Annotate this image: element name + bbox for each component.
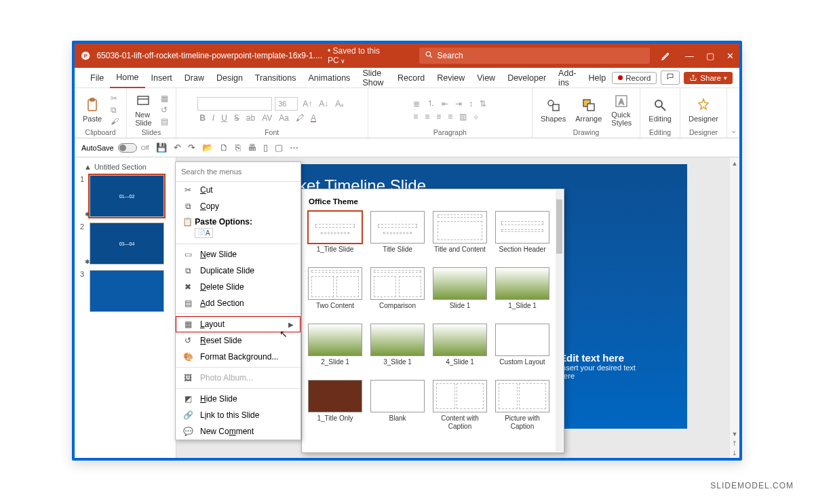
layout-option[interactable]: 4_Slide 1 (432, 324, 488, 373)
font-name-input[interactable] (197, 97, 272, 111)
case-icon[interactable]: Aa (277, 113, 291, 123)
reset-icon[interactable]: ↺ (159, 105, 170, 115)
tab-view[interactable]: View (471, 68, 501, 88)
ctx-cut[interactable]: ✂Cut (176, 182, 301, 198)
layout-option[interactable]: Title Slide (370, 211, 425, 260)
vertical-scrollbar[interactable]: ▲ ▼ ⤒ ⤓ (730, 157, 739, 459)
tab-transitions[interactable]: Transitions (249, 68, 303, 88)
format-painter-icon[interactable]: 🖌 (109, 117, 121, 126)
new-slide-button[interactable]: New Slide (132, 92, 154, 128)
ctx-layout[interactable]: ▦Layout▶ (176, 316, 301, 332)
print-icon[interactable]: 🖶 (248, 142, 256, 153)
comments-button[interactable] (661, 71, 680, 85)
highlight-icon[interactable]: 🖍 (294, 113, 306, 123)
ctx-link-slide[interactable]: 🔗Link to this Slide (176, 407, 301, 423)
text-dir-icon[interactable]: ⇅ (478, 99, 488, 109)
columns-icon[interactable]: ▥ (457, 112, 469, 121)
layout-option[interactable]: Picture with Caption (495, 380, 550, 429)
qat-icon[interactable]: ⎘ (235, 142, 241, 153)
more-icon[interactable]: ⋯ (290, 142, 298, 153)
indent-inc-icon[interactable]: ⇥ (453, 99, 464, 109)
tab-animations[interactable]: Animations (303, 68, 357, 88)
layout-icon[interactable]: ▦ (159, 94, 170, 103)
present-icon[interactable]: ▯ (263, 142, 268, 153)
ctx-new-slide[interactable]: ▭New Slide (176, 246, 301, 263)
thumbnail-2[interactable]: 03—04 ✱ (90, 222, 164, 265)
close-button[interactable]: ✕ (726, 51, 734, 61)
layout-option[interactable]: 1_Title Slide (307, 211, 363, 260)
ctx-delete-slide[interactable]: ✖Delete Slide (176, 279, 301, 295)
increase-font-icon[interactable]: A↑ (301, 99, 314, 109)
ctx-duplicate-slide[interactable]: ⧉Duplicate Slide (176, 263, 301, 279)
paste-button[interactable]: Paste (80, 96, 104, 124)
open-icon[interactable]: 📂 (202, 142, 213, 153)
maximize-button[interactable]: ▢ (706, 51, 714, 61)
layout-option[interactable]: 2_Slide 1 (307, 324, 363, 373)
tab-insert[interactable]: Insert (145, 68, 178, 88)
autosave-toggle[interactable]: AutoSave Off (81, 143, 149, 153)
line-spacing-icon[interactable]: ↕ (467, 99, 475, 109)
tab-help[interactable]: Help (583, 68, 613, 88)
layout-option[interactable]: Title and Content (432, 211, 488, 260)
layout-option[interactable]: 3_Slide 1 (370, 324, 425, 373)
italic-button[interactable]: I (210, 113, 216, 123)
collapse-ribbon-icon[interactable]: ⌄ (727, 88, 739, 138)
thumbnail-3[interactable] (90, 270, 164, 312)
prev-slide-icon[interactable]: ⤒ (732, 440, 737, 447)
tab-slideshow[interactable]: Slide Show (356, 68, 391, 88)
next-slide-icon[interactable]: ⤓ (732, 450, 737, 457)
layout-option[interactable]: Two Content (307, 267, 363, 317)
share-button[interactable]: Share▾ (684, 72, 733, 84)
bullets-icon[interactable]: ≣ (411, 99, 422, 109)
editing-button[interactable]: Editing (646, 96, 674, 124)
font-size-input[interactable] (275, 97, 298, 111)
thumbnail-1[interactable]: 01—02 ✱ (90, 175, 164, 217)
undo-icon[interactable]: ↶ (174, 142, 181, 153)
tab-developer[interactable]: Developer (501, 68, 552, 88)
layout-option[interactable]: Content with Caption (432, 380, 488, 429)
layout-option[interactable]: 1_Title Only (307, 380, 363, 429)
ctx-hide-slide[interactable]: ◩Hide Slide (176, 391, 301, 407)
cut-icon[interactable]: ✂ (109, 94, 121, 103)
indent-dec-icon[interactable]: ⇤ (440, 99, 450, 109)
ctx-format-background[interactable]: 🎨Format Background... (176, 349, 301, 365)
layout-option[interactable]: Comparison (370, 267, 425, 317)
align-left-icon[interactable]: ≡ (411, 112, 420, 121)
layout-option[interactable]: Blank (370, 380, 425, 429)
decrease-font-icon[interactable]: A↓ (317, 99, 330, 109)
tab-file[interactable]: File (84, 68, 110, 88)
scroll-down-icon[interactable]: ▼ (732, 431, 738, 438)
bold-button[interactable]: B (197, 113, 208, 123)
quick-styles-button[interactable]: A Quick Styles (608, 92, 634, 128)
strike-button[interactable]: S̶ (232, 113, 241, 123)
align-right-icon[interactable]: ≡ (434, 112, 443, 121)
layout-option[interactable]: Slide 1 (432, 267, 488, 317)
tab-draw[interactable]: Draw (178, 68, 210, 88)
save-icon[interactable]: 💾 (156, 142, 167, 153)
tab-addins[interactable]: Add-ins (552, 68, 582, 88)
font-color-icon[interactable]: A (309, 113, 318, 123)
record-button[interactable]: Record (612, 72, 657, 84)
align-center-icon[interactable]: ≡ (423, 112, 431, 121)
justify-icon[interactable]: ≡ (446, 112, 454, 121)
underline-button[interactable]: U (219, 113, 229, 123)
designer-button[interactable]: Designer (686, 96, 721, 124)
numbering-icon[interactable]: ⒈ (425, 98, 437, 109)
spacing-icon[interactable]: AV (260, 113, 274, 123)
ctx-new-comment[interactable]: 💬New Comment (176, 423, 301, 440)
ctx-copy[interactable]: ⧉Copy (176, 198, 301, 214)
tab-review[interactable]: Review (431, 68, 471, 88)
tab-design[interactable]: Design (210, 68, 249, 88)
menu-search-input[interactable] (179, 166, 297, 178)
redo-icon[interactable]: ↷ (188, 142, 195, 153)
flyout-scrollbar[interactable] (556, 190, 563, 452)
search-input[interactable]: Search (419, 47, 650, 64)
scroll-up-icon[interactable]: ▲ (732, 160, 738, 167)
layout-option[interactable]: Custom Layout (495, 324, 550, 373)
paste-option-icon[interactable]: 📄A (195, 228, 213, 238)
tab-record[interactable]: Record (391, 68, 431, 88)
shadow-button[interactable]: ab (244, 113, 257, 123)
layout-option[interactable]: Section Header (495, 211, 550, 260)
from-begin-icon[interactable]: ▢ (275, 142, 283, 153)
minimize-button[interactable]: — (685, 51, 694, 61)
